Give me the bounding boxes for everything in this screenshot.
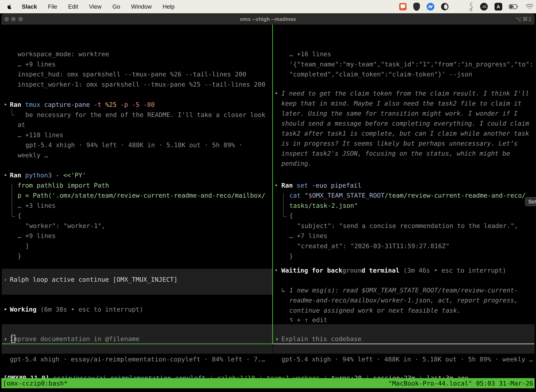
output-guide-corner: [283, 216, 287, 217]
text-segment: Improve documentation in @filename: [10, 335, 139, 342]
terminal-line: 1 new msg(s): read $OMX_TEAM_STATE_ROOT/…: [289, 285, 518, 295]
text-segment: continue assigned work or next feasible …: [289, 307, 461, 314]
menu-item-window[interactable]: Window: [131, 3, 152, 10]
terminal-line: gpt-5.4 xhigh · 94% left · 488K in · 5.1…: [25, 140, 243, 150]
text-segment: Explain this codebase: [281, 335, 361, 342]
terminal-line: workspace_mode: worktree: [18, 49, 109, 59]
terminal-line: {: [289, 211, 293, 221]
terminal-line: weekly …: [18, 150, 48, 160]
terminal-line: task2 after task1 is complete, but can I…: [281, 129, 529, 138]
menu-item-view[interactable]: View: [89, 3, 101, 10]
grid-dots-icon[interactable]: [455, 3, 462, 10]
text-segment: ›: [4, 335, 7, 342]
text-segment: inspect_worker-1: omx sparkshell --tmux-…: [18, 81, 265, 88]
battery-icon[interactable]: [509, 4, 519, 9]
text-segment: "worker": "worker-1",: [25, 222, 105, 229]
terminal-line: Ran python3 - <<'PY': [10, 170, 86, 180]
text-segment: •: [274, 90, 278, 97]
text-segment: inspect task2's JSON, focusing on the st…: [281, 150, 510, 157]
text-segment: gpt-5.4 xhigh · essay/ai-reimplementatio…: [10, 356, 265, 363]
pane-divider[interactable]: [272, 25, 273, 344]
menu-bar: Slack FileEditViewGoWindowHelp ..61A: [0, 0, 536, 13]
apple-menu-icon[interactable]: [7, 3, 13, 10]
text-segment: … +3 lines: [18, 202, 56, 209]
text-segment: cat: [289, 192, 305, 199]
menu-item-help[interactable]: Help: [163, 3, 175, 10]
text-segment: capture-pane: [44, 101, 94, 108]
terminal-line: }: [289, 251, 293, 261]
text-segment: ": [354, 202, 358, 209]
terminal-line: Ran tmux capture-pane -t %25 -p -S -80: [10, 100, 155, 110]
text-segment: should send a message before completing …: [281, 120, 529, 127]
terminal-line: }: [18, 251, 21, 261]
text-segment: Working: [10, 306, 37, 313]
text-segment: }: [289, 252, 293, 260]
tmux-status-bar: [omx-cczip0:bash* "MacBook-Pro-44.local"…: [1, 378, 535, 388]
terminal-line: •: [274, 89, 278, 98]
text-segment: set: [297, 182, 312, 189]
terminal-line: {: [18, 211, 21, 221]
text-segment: … +7 lines: [289, 232, 327, 239]
text-segment: •: [274, 182, 278, 189]
blue-app-icon[interactable]: [427, 3, 434, 10]
text-segment: "created_at": "2026-03-31T11:59:27.816Z": [297, 242, 450, 250]
text-segment: •: [4, 101, 7, 108]
badge-61-icon[interactable]: ..61: [480, 3, 488, 10]
privacy-shield-icon[interactable]: [413, 3, 420, 11]
terminal[interactable]: workspace_mode: worktree… +9 linesinspec…: [1, 25, 535, 392]
text-segment: "completed","claim_token":"claim-token"}…: [289, 71, 472, 78]
slack-notification-icon[interactable]: [399, 3, 407, 10]
text-segment: %25: [105, 101, 120, 108]
menu-app-name[interactable]: Slack: [22, 3, 37, 10]
text-segment: <<'PY': [63, 172, 86, 179]
terminal-line: "completed","claim_token":"claim-token"}…: [289, 69, 472, 79]
screenshot-tooltip-label: Scre: [528, 199, 536, 205]
terminal-line: Ran set -euo pipefail: [281, 181, 361, 190]
wifi-icon[interactable]: [526, 4, 534, 10]
text-segment: … +110 lines: [18, 131, 63, 139]
text-segment: from pathlib import Path: [18, 182, 109, 189]
terminal-line: inspect task2's JSON, focusing on the st…: [281, 149, 510, 159]
text-segment: -80: [143, 101, 155, 108]
text-segment: I need to get the claim token from the c…: [281, 90, 529, 97]
text-segment: Ran: [281, 182, 297, 189]
menu-item-file[interactable]: File: [48, 3, 57, 10]
text-segment: weekly …: [18, 152, 48, 159]
terminal-line: continue assigned work or next feasible …: [289, 306, 461, 315]
input-source-icon[interactable]: A: [494, 3, 502, 10]
text-segment: OMX_TEAM_STATE_ROOT: [312, 192, 385, 199]
text-segment: $: [308, 192, 312, 199]
app-menu: FileEditViewGoWindowHelp: [37, 3, 174, 10]
text-segment: … +16 lines: [289, 50, 331, 58]
menu-item-go[interactable]: Go: [112, 3, 120, 10]
terminal-line: gpt-5.4 xhigh · essay/ai-reimplementatio…: [10, 355, 265, 364]
terminal-line: ›: [4, 334, 7, 344]
squiggle-icon[interactable]: [469, 2, 474, 11]
terminal-line: is in progress? It seems likely but perh…: [281, 139, 518, 148]
text-segment: later. Using the same for transition mig…: [281, 110, 518, 117]
terminal-line: Ralph loop active continue [OMX_TMUX_INJ…: [10, 275, 178, 285]
text-segment: {: [18, 212, 21, 219]
terminal-line: … +7 lines: [289, 231, 327, 241]
text-segment: 1 new msg(s): read $OMX_TEAM_STATE_ROOT/…: [289, 287, 518, 294]
terminal-line: Working (6m 38s • esc to interrupt): [10, 304, 143, 314]
terminal-line: •: [4, 170, 7, 180]
terminal-line: ›: [4, 275, 7, 285]
terminal-line: pending.: [281, 159, 312, 168]
text-segment: at: [18, 121, 25, 128]
menu-item-edit[interactable]: Edit: [68, 3, 78, 10]
text-segment: Waiting for back: [281, 267, 342, 274]
text-segment: gpt-5.4 xhigh · 94% left · 488K in · 5.1…: [25, 141, 243, 149]
text-segment: (6m 38s • esc to interrupt): [37, 306, 143, 313]
terminal-line: from pathlib import Path: [18, 181, 109, 190]
window-shortcut-badge: ⌥⌘1: [515, 14, 532, 25]
text-segment: python3: [25, 172, 56, 179]
terminal-line: p = Path('.omx/state/team/review-current…: [18, 191, 265, 201]
terminal-line: … +110 lines: [18, 130, 63, 140]
text-segment: "subject": "send a concise recommendatio…: [297, 222, 518, 229]
text-segment: … +9 lines: [18, 61, 56, 68]
terminal-line: inspect_worker-1: omx sparkshell --tmux-…: [18, 79, 265, 89]
text-segment: groun: [342, 267, 361, 274]
dark-mode-moon-icon[interactable]: [441, 3, 448, 10]
terminal-line: should send a message before completing …: [281, 119, 529, 128]
